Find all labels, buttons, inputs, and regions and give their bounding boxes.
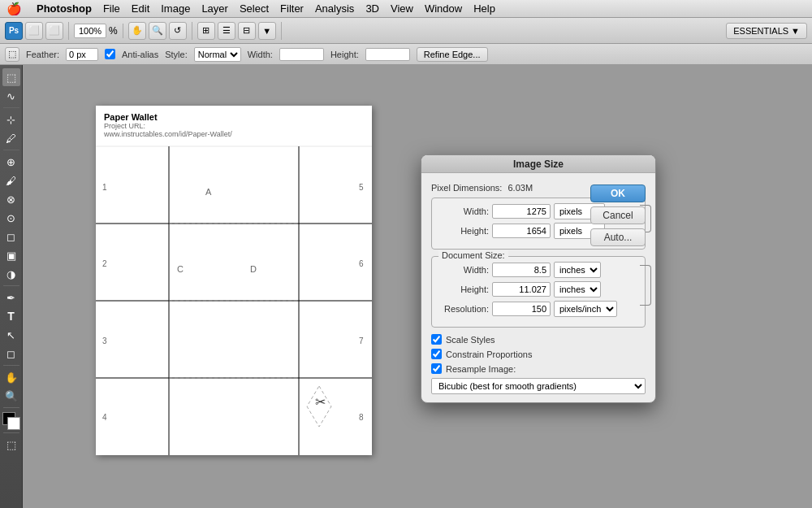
- svg-text:✂: ✂: [315, 395, 326, 409]
- essentials-arrow-icon: ▼: [791, 26, 800, 36]
- menu-filter[interactable]: Filter: [280, 2, 304, 15]
- tool-icon[interactable]: ⬚: [5, 47, 19, 62]
- resample-image-checkbox[interactable]: [431, 363, 442, 374]
- auto-button[interactable]: Auto...: [590, 228, 646, 246]
- dialog-buttons: OK Cancel Auto...: [590, 185, 646, 246]
- pixel-width-input[interactable]: [492, 204, 551, 219]
- pixel-height-input[interactable]: [492, 224, 551, 238]
- zoom-btn[interactable]: 🔍: [2, 387, 20, 405]
- svg-text:C: C: [177, 264, 184, 274]
- view-btn-2[interactable]: ☰: [218, 22, 235, 40]
- doc-size-title: Document Size:: [438, 250, 508, 260]
- svg-text:3: 3: [102, 336, 107, 345]
- svg-text:2: 2: [102, 259, 107, 268]
- resample-select[interactable]: Bicubic (best for smooth gradients) Bicu…: [431, 378, 646, 394]
- eraser-btn[interactable]: ◻: [2, 228, 20, 245]
- shape-btn[interactable]: ◻: [2, 345, 20, 363]
- zoom-section: %: [74, 24, 123, 38]
- separator-1: [3, 107, 19, 108]
- essentials-label: ESSENTIALS: [733, 26, 788, 36]
- view-btn-3[interactable]: ⊟: [238, 22, 256, 40]
- path-select-btn[interactable]: ↖: [2, 326, 20, 344]
- hand-btn[interactable]: ✋: [2, 368, 20, 386]
- gradient-btn[interactable]: ▣: [2, 246, 20, 264]
- eyedropper-btn[interactable]: 🖊: [2, 129, 20, 147]
- width-label: Width:: [248, 50, 273, 59]
- nav-tools: ✋ 🔍 ↺: [128, 22, 192, 40]
- resample-image-row: Resample Image:: [431, 363, 646, 374]
- constrain-proportions-checkbox[interactable]: [431, 349, 442, 359]
- doc-width-unit[interactable]: inches cm mm: [554, 262, 601, 278]
- crop-tool-btn[interactable]: ⊹: [2, 111, 20, 128]
- doc-height-unit[interactable]: inches cm mm: [554, 281, 601, 297]
- pixel-dimensions-value: 6.03M: [508, 183, 533, 193]
- ok-button[interactable]: OK: [590, 185, 646, 202]
- essentials-button[interactable]: ESSENTIALS ▼: [726, 23, 807, 39]
- doc-height-label: Height:: [438, 284, 489, 294]
- pen-btn[interactable]: ✒: [2, 289, 20, 306]
- resolution-label: Resolution:: [438, 304, 489, 314]
- menu-window[interactable]: Window: [425, 2, 462, 15]
- pixel-width-label: Width:: [438, 206, 489, 216]
- height-input[interactable]: [365, 48, 410, 61]
- toolbar-btn-1[interactable]: ⬜: [25, 22, 43, 40]
- view-btn-1[interactable]: ⊞: [197, 22, 215, 40]
- quick-mask-btn[interactable]: ⬚: [2, 436, 20, 454]
- resolution-input[interactable]: [492, 302, 551, 316]
- lasso-tool-btn[interactable]: ∿: [2, 87, 20, 105]
- doc-width-input[interactable]: [492, 263, 551, 277]
- menu-bar: 🍎 Photoshop File Edit Image Layer Select…: [0, 0, 812, 18]
- doc-height-row: Height: inches cm mm: [438, 281, 624, 297]
- refine-edge-button[interactable]: Refine Edge...: [417, 47, 488, 62]
- svg-text:7: 7: [359, 336, 364, 345]
- menu-layer[interactable]: Layer: [201, 2, 228, 15]
- svg-text:5: 5: [359, 183, 364, 192]
- menu-file[interactable]: File: [103, 2, 120, 15]
- zoom-tool-btn[interactable]: 🔍: [149, 22, 166, 40]
- clone-btn[interactable]: ⊗: [2, 190, 20, 208]
- style-select[interactable]: Normal: [194, 47, 241, 62]
- text-btn[interactable]: T: [2, 307, 20, 325]
- rotate-btn[interactable]: ↺: [169, 22, 187, 40]
- history-btn[interactable]: ⊙: [2, 209, 20, 227]
- separator-4: [3, 365, 19, 366]
- hand-tool-btn[interactable]: ✋: [128, 22, 146, 40]
- cancel-button[interactable]: Cancel: [590, 206, 646, 224]
- svg-text:D: D: [250, 264, 257, 274]
- menu-analysis[interactable]: Analysis: [315, 2, 354, 15]
- zoom-input[interactable]: [74, 24, 106, 38]
- svg-text:4: 4: [102, 413, 107, 422]
- style-label: Style:: [165, 50, 188, 59]
- toolbar-btn-2[interactable]: ⬜: [45, 22, 63, 40]
- color-swatches[interactable]: [2, 412, 20, 430]
- svg-text:8: 8: [359, 413, 364, 422]
- apple-menu[interactable]: 🍎: [6, 2, 22, 16]
- menu-select[interactable]: Select: [240, 2, 269, 15]
- scale-styles-checkbox[interactable]: [431, 334, 442, 345]
- width-input[interactable]: [279, 48, 324, 61]
- anti-alias-checkbox[interactable]: [105, 49, 115, 59]
- resolution-unit[interactable]: pixels/inch pixels/cm: [554, 301, 617, 317]
- anti-alias-label: Anti-alias: [122, 50, 158, 59]
- scale-styles-row: Scale Styles: [431, 334, 646, 345]
- height-label: Height:: [330, 50, 359, 59]
- menu-edit[interactable]: Edit: [132, 2, 149, 15]
- feather-label: Feather:: [26, 50, 59, 59]
- view-btn-4[interactable]: ▼: [258, 22, 276, 40]
- menu-image[interactable]: Image: [161, 2, 190, 15]
- brush-btn[interactable]: 🖌: [2, 172, 20, 189]
- main-area: ⬚ ∿ ⊹ 🖊 ⊕ 🖌 ⊗ ⊙ ◻ ▣ ◑ ✒ T ↖ ◻ ✋ 🔍 ⬚ Pap: [0, 65, 812, 508]
- feather-input[interactable]: [66, 48, 98, 61]
- background-color[interactable]: [7, 417, 20, 430]
- menu-view[interactable]: View: [391, 2, 413, 15]
- menu-help[interactable]: Help: [473, 2, 495, 15]
- document-canvas: Paper Wallet Project URL: www.instructab…: [96, 106, 372, 455]
- ps-logo-btn[interactable]: Ps: [5, 22, 23, 40]
- menu-3d[interactable]: 3D: [365, 2, 379, 15]
- dodge-btn[interactable]: ◑: [2, 265, 20, 283]
- doc-size-inner: Width: inches cm mm Height:: [438, 262, 638, 317]
- doc-height-input[interactable]: [492, 282, 551, 297]
- menu-photoshop[interactable]: Photoshop: [37, 2, 92, 15]
- select-tool-btn[interactable]: ⬚: [2, 68, 20, 86]
- healing-btn[interactable]: ⊕: [2, 153, 20, 171]
